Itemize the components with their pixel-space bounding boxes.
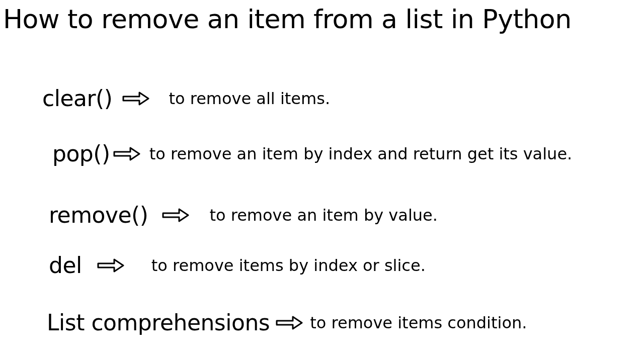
arrow-right-icon [122, 91, 149, 106]
arrow-right-icon [276, 315, 303, 330]
method-name: pop() [52, 141, 110, 166]
arrow-right-icon [113, 146, 140, 161]
arrow-right-icon [97, 258, 124, 273]
method-description: to remove an item by value. [209, 206, 438, 225]
method-description: to remove items by index or slice. [151, 256, 426, 275]
page-title: How to remove an item from a list in Pyt… [3, 4, 572, 34]
arrow-right-icon [162, 208, 189, 223]
method-row-del: del to remove items by index or slice. [49, 252, 426, 278]
method-row-remove: remove() to remove an item by value. [49, 202, 438, 228]
method-description: to remove an item by index and return ge… [149, 144, 573, 163]
method-description: to remove items condition. [310, 313, 527, 332]
method-row-clear: clear() to remove all items. [42, 85, 330, 111]
method-description: to remove all items. [169, 89, 330, 108]
method-row-list-comprehensions: List comprehensions to remove items cond… [47, 310, 527, 335]
method-row-pop: pop() to remove an item by index and ret… [52, 141, 572, 166]
method-name: remove() [49, 202, 148, 228]
method-name: List comprehensions [47, 310, 270, 335]
method-name: del [49, 252, 82, 278]
method-name: clear() [42, 85, 112, 111]
